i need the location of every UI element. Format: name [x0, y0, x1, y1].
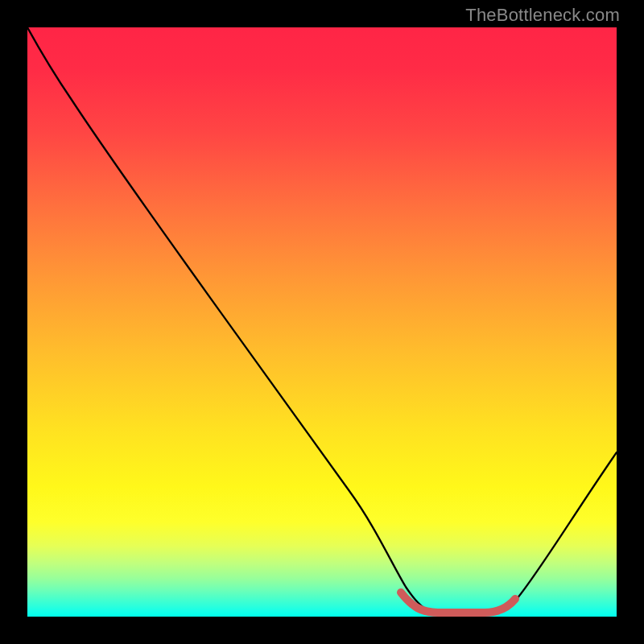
curve-line [27, 27, 617, 613]
chart-svg [27, 27, 617, 617]
watermark-text: TheBottleneck.com [465, 5, 620, 26]
chart-frame [27, 27, 617, 617]
